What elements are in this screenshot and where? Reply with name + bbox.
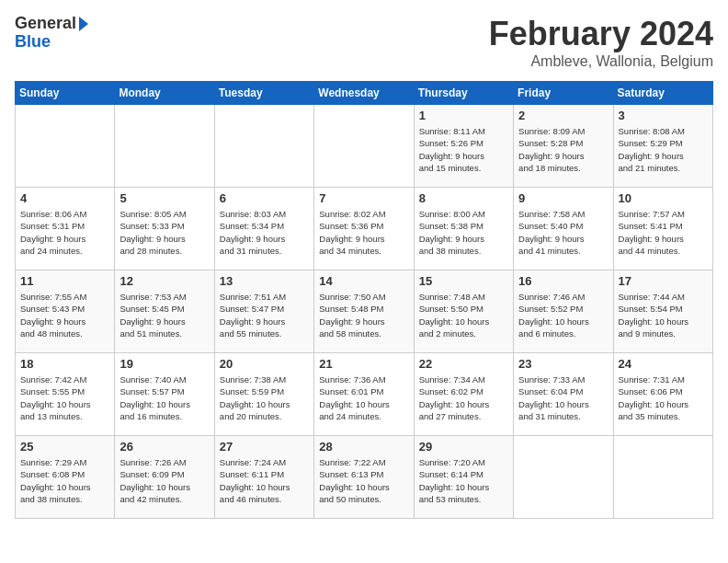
day-info: Sunrise: 7:26 AM Sunset: 6:09 PM Dayligh…: [119, 456, 209, 505]
day-number: 23: [518, 357, 608, 371]
table-row: 5Sunrise: 8:05 AM Sunset: 5:33 PM Daylig…: [115, 188, 214, 270]
day-info: Sunrise: 7:46 AM Sunset: 5:52 PM Dayligh…: [518, 291, 608, 339]
day-info: Sunrise: 7:40 AM Sunset: 5:57 PM Dayligh…: [119, 373, 209, 422]
day-number: 9: [518, 191, 608, 205]
day-info: Sunrise: 7:34 AM Sunset: 6:02 PM Dayligh…: [419, 373, 508, 422]
table-row: 28Sunrise: 7:22 AM Sunset: 6:13 PM Dayli…: [314, 436, 414, 519]
day-number: 3: [619, 109, 708, 122]
day-number: 6: [220, 191, 309, 205]
calendar-week-row: 11Sunrise: 7:55 AM Sunset: 5:43 PM Dayli…: [16, 270, 713, 353]
col-wednesday: Wednesday: [314, 82, 414, 105]
day-number: 16: [518, 274, 608, 288]
table-row: 20Sunrise: 7:38 AM Sunset: 5:59 PM Dayli…: [214, 353, 313, 436]
table-row: 14Sunrise: 7:50 AM Sunset: 5:48 PM Dayli…: [314, 270, 414, 353]
day-info: Sunrise: 8:00 AM Sunset: 5:38 PM Dayligh…: [419, 208, 508, 257]
calendar-table: Sunday Monday Tuesday Wednesday Thursday…: [15, 81, 713, 519]
col-sunday: Sunday: [16, 82, 115, 105]
day-info: Sunrise: 8:08 AM Sunset: 5:29 PM Dayligh…: [619, 125, 708, 174]
day-number: 8: [419, 191, 508, 205]
title-block: February 2024 Ambleve, Wallonia, Belgium: [489, 15, 713, 70]
table-row: 23Sunrise: 7:33 AM Sunset: 6:04 PM Dayli…: [514, 353, 613, 436]
day-info: Sunrise: 7:36 AM Sunset: 6:01 PM Dayligh…: [319, 373, 408, 422]
table-row: 26Sunrise: 7:26 AM Sunset: 6:09 PM Dayli…: [115, 436, 214, 519]
table-row: [16, 105, 115, 188]
table-row: [514, 436, 613, 519]
table-row: 8Sunrise: 8:00 AM Sunset: 5:38 PM Daylig…: [414, 188, 513, 270]
day-info: Sunrise: 8:02 AM Sunset: 5:36 PM Dayligh…: [319, 208, 408, 257]
page-header: General Blue February 2024 Ambleve, Wall…: [15, 15, 713, 70]
day-info: Sunrise: 8:05 AM Sunset: 5:33 PM Dayligh…: [119, 208, 209, 257]
table-row: 1Sunrise: 8:11 AM Sunset: 5:26 PM Daylig…: [414, 105, 513, 188]
table-row: 25Sunrise: 7:29 AM Sunset: 6:08 PM Dayli…: [16, 436, 115, 519]
day-number: 17: [619, 274, 708, 288]
table-row: 16Sunrise: 7:46 AM Sunset: 5:52 PM Dayli…: [514, 270, 613, 353]
day-number: 22: [419, 357, 508, 371]
day-number: 14: [319, 274, 408, 288]
day-number: 13: [220, 274, 309, 288]
table-row: 13Sunrise: 7:51 AM Sunset: 5:47 PM Dayli…: [214, 270, 313, 353]
day-number: 20: [220, 357, 309, 371]
day-number: 1: [419, 109, 508, 122]
table-row: 10Sunrise: 7:57 AM Sunset: 5:41 PM Dayli…: [613, 188, 712, 270]
table-row: 18Sunrise: 7:42 AM Sunset: 5:55 PM Dayli…: [16, 353, 115, 436]
table-row: 4Sunrise: 8:06 AM Sunset: 5:31 PM Daylig…: [16, 188, 115, 270]
day-info: Sunrise: 8:06 AM Sunset: 5:31 PM Dayligh…: [20, 208, 109, 257]
table-row: 17Sunrise: 7:44 AM Sunset: 5:54 PM Dayli…: [613, 270, 712, 353]
day-info: Sunrise: 7:22 AM Sunset: 6:13 PM Dayligh…: [319, 456, 408, 505]
day-number: 15: [419, 274, 508, 288]
table-row: [613, 436, 712, 519]
day-number: 7: [319, 191, 408, 205]
day-number: 4: [20, 191, 109, 205]
logo: General Blue: [15, 15, 88, 52]
col-saturday: Saturday: [613, 82, 712, 105]
day-number: 18: [20, 357, 109, 371]
calendar-header-row: Sunday Monday Tuesday Wednesday Thursday…: [16, 82, 713, 105]
table-row: 27Sunrise: 7:24 AM Sunset: 6:11 PM Dayli…: [214, 436, 313, 519]
table-row: 19Sunrise: 7:40 AM Sunset: 5:57 PM Dayli…: [115, 353, 214, 436]
month-title: February 2024: [489, 15, 713, 53]
table-row: 21Sunrise: 7:36 AM Sunset: 6:01 PM Dayli…: [314, 353, 414, 436]
table-row: 12Sunrise: 7:53 AM Sunset: 5:45 PM Dayli…: [115, 270, 214, 353]
day-info: Sunrise: 7:38 AM Sunset: 5:59 PM Dayligh…: [220, 373, 309, 422]
day-number: 5: [119, 191, 209, 205]
day-number: 12: [119, 274, 209, 288]
table-row: 9Sunrise: 7:58 AM Sunset: 5:40 PM Daylig…: [514, 188, 613, 270]
day-number: 26: [119, 440, 209, 454]
table-row: 15Sunrise: 7:48 AM Sunset: 5:50 PM Dayli…: [414, 270, 513, 353]
table-row: [115, 105, 214, 188]
day-info: Sunrise: 7:24 AM Sunset: 6:11 PM Dayligh…: [220, 456, 309, 505]
col-monday: Monday: [115, 82, 214, 105]
day-info: Sunrise: 8:03 AM Sunset: 5:34 PM Dayligh…: [220, 208, 309, 257]
table-row: 11Sunrise: 7:55 AM Sunset: 5:43 PM Dayli…: [16, 270, 115, 353]
day-info: Sunrise: 7:33 AM Sunset: 6:04 PM Dayligh…: [518, 373, 608, 422]
calendar-week-row: 1Sunrise: 8:11 AM Sunset: 5:26 PM Daylig…: [16, 105, 713, 188]
day-info: Sunrise: 7:29 AM Sunset: 6:08 PM Dayligh…: [20, 456, 109, 505]
calendar-week-row: 25Sunrise: 7:29 AM Sunset: 6:08 PM Dayli…: [16, 436, 713, 519]
day-info: Sunrise: 7:50 AM Sunset: 5:48 PM Dayligh…: [319, 291, 408, 339]
table-row: 3Sunrise: 8:08 AM Sunset: 5:29 PM Daylig…: [613, 105, 712, 188]
day-info: Sunrise: 7:55 AM Sunset: 5:43 PM Dayligh…: [20, 291, 109, 339]
col-friday: Friday: [514, 82, 613, 105]
day-number: 11: [20, 274, 109, 288]
day-info: Sunrise: 7:57 AM Sunset: 5:41 PM Dayligh…: [619, 208, 708, 257]
day-info: Sunrise: 7:58 AM Sunset: 5:40 PM Dayligh…: [518, 208, 608, 257]
day-number: 27: [220, 440, 309, 454]
col-tuesday: Tuesday: [214, 82, 313, 105]
day-number: 28: [319, 440, 408, 454]
day-info: Sunrise: 7:44 AM Sunset: 5:54 PM Dayligh…: [619, 291, 708, 339]
day-info: Sunrise: 8:09 AM Sunset: 5:28 PM Dayligh…: [518, 125, 608, 174]
day-number: 10: [619, 191, 708, 205]
calendar-week-row: 18Sunrise: 7:42 AM Sunset: 5:55 PM Dayli…: [16, 353, 713, 436]
table-row: 24Sunrise: 7:31 AM Sunset: 6:06 PM Dayli…: [613, 353, 712, 436]
day-number: 24: [619, 357, 708, 371]
day-info: Sunrise: 7:42 AM Sunset: 5:55 PM Dayligh…: [20, 373, 109, 422]
day-info: Sunrise: 8:11 AM Sunset: 5:26 PM Dayligh…: [419, 125, 508, 174]
day-info: Sunrise: 7:20 AM Sunset: 6:14 PM Dayligh…: [419, 456, 508, 505]
day-number: 25: [20, 440, 109, 454]
table-row: 2Sunrise: 8:09 AM Sunset: 5:28 PM Daylig…: [514, 105, 613, 188]
table-row: 6Sunrise: 8:03 AM Sunset: 5:34 PM Daylig…: [214, 188, 313, 270]
table-row: 22Sunrise: 7:34 AM Sunset: 6:02 PM Dayli…: [414, 353, 513, 436]
col-thursday: Thursday: [414, 82, 513, 105]
location-subtitle: Ambleve, Wallonia, Belgium: [489, 53, 713, 70]
day-number: 2: [518, 109, 608, 122]
